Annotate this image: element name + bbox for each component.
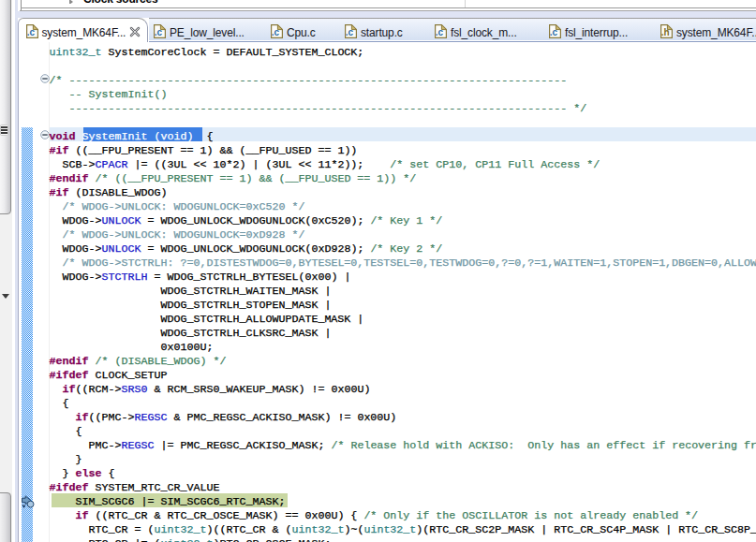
svg-text:.c: .c	[346, 27, 354, 37]
svg-text:.h: .h	[661, 27, 670, 37]
svg-text:.c: .c	[436, 27, 444, 37]
svg-text:.c: .c	[155, 27, 163, 37]
svg-text:.c: .c	[550, 27, 558, 37]
svg-text:.c: .c	[272, 27, 280, 37]
svg-text:.c: .c	[27, 27, 36, 37]
